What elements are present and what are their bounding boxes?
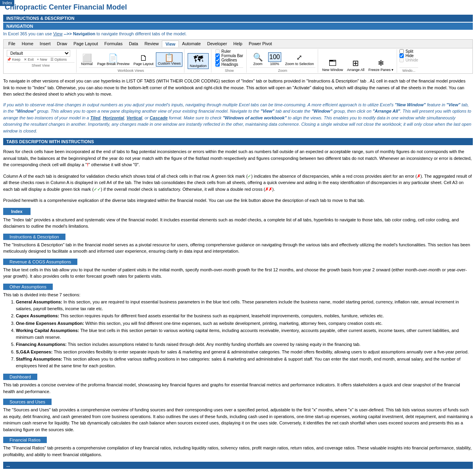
arrange-all-button[interactable]: ⊞ Arrange All (345, 58, 366, 73)
page-layout-button[interactable]: 🗋 Page Layout (132, 53, 155, 67)
tab-other-label-wrapper: Other Assumptions (0, 282, 476, 291)
tab-financial-ratios-label[interactable]: Financial Ratios (3, 437, 47, 443)
keep-icon[interactable]: 📌 Keep (7, 58, 21, 61)
next-section-indicator: ... (3, 462, 473, 469)
menu-file[interactable]: File (5, 40, 19, 47)
split-hide-items: Split Hide Unhide (399, 49, 418, 67)
gridlines-checkbox[interactable] (215, 58, 220, 62)
section-working-capital: Working Capital Assumptions: The blue te… (16, 327, 473, 340)
freeze-panes-label: Freeze Panes ▾ (369, 68, 394, 72)
menu-data[interactable]: Data (126, 40, 141, 47)
tab-sources-label[interactable]: Sources and Uses (3, 399, 52, 405)
navigation-icon: 🗺 (194, 54, 203, 64)
menu-formulas[interactable]: Formulas (101, 40, 126, 47)
tab-revenue-label-wrapper: Revenue & COGS Assumptions (0, 257, 476, 266)
view-link[interactable]: View (53, 31, 63, 36)
tab-index-label[interactable]: Index (3, 208, 31, 215)
tab-financial-ratios-label-wrapper: Financial Ratios (0, 435, 476, 444)
unhide-label: Unhide (405, 58, 418, 62)
tab-dashboard-desc: This tab provides a concise overview of … (0, 381, 476, 397)
page-layout-label: Page Layout (134, 62, 154, 66)
red-cross: ✗ (417, 174, 420, 178)
menu-insert[interactable]: Insert (36, 40, 54, 47)
tab-instructions-label-wrapper: Instructions & Description (0, 232, 476, 241)
ruler-checkbox[interactable] (215, 49, 220, 54)
navigation-button[interactable]: 🗺 Navigation (188, 53, 209, 69)
split-checkbox[interactable] (399, 49, 404, 54)
ribbon-menu-bar: File Home Insert Draw Page Layout Formul… (4, 40, 472, 48)
new-window-label: New Window (322, 68, 343, 72)
page-layout-icon: 🗋 (140, 54, 148, 62)
unhide-checkbox[interactable] (399, 58, 404, 62)
new-window-button[interactable]: 🗔 New Window (321, 58, 345, 73)
ribbon-sheet-view-group: Default 📌 Keep ✕ Exit + New ☰ Options Sh… (5, 49, 77, 73)
custom-views-label: Custom Views (158, 61, 180, 65)
tabs-body-1: Rows for check cells have been incorpora… (0, 146, 476, 171)
index-tab-label[interactable]: Index (0, 0, 14, 6)
body-text-1: To navigate in other versions of excel y… (0, 75, 476, 100)
zoom-label: Zoom (253, 62, 262, 66)
new-window-icon: 🗔 (329, 59, 337, 68)
menu-view[interactable]: View (162, 40, 179, 47)
menu-review[interactable]: Review (141, 40, 162, 47)
tabs-body-3: Provided herewith is a comprehensive exp… (0, 195, 476, 206)
tab-sources-label-wrapper: Sources and Uses (0, 397, 476, 406)
tab-other-assumptions-label[interactable]: Other Assumptions (3, 284, 53, 290)
tab-instructions-label[interactable]: Instructions & Description (3, 234, 65, 240)
tab-sources-desc: The "Sources and Uses" tab provides a co… (0, 406, 476, 435)
freeze-panes-button[interactable]: ❄ Freeze Panes ▾ (367, 58, 395, 73)
menu-developer[interactable]: Developer (204, 40, 230, 47)
hide-checkbox[interactable] (399, 54, 404, 58)
tab-dashboard-label-wrapper: Dashboard (0, 372, 476, 381)
windo-label: Windo... (399, 67, 418, 73)
zoom-100-icon: 100 (268, 52, 281, 62)
page-title: Chiropractic Center Financial Model (0, 0, 476, 13)
menu-automate[interactable]: Automate (179, 40, 204, 47)
tab-financial-ratios-desc: The "Financial Ratios" tab presents a co… (0, 444, 476, 460)
navigation-label: Navigation (190, 64, 207, 68)
zoom-to-selection-button[interactable]: ⤢ Zoom to Selection (284, 52, 316, 67)
options-icon[interactable]: ☰ Options (50, 58, 67, 61)
error-mark: ! (87, 162, 88, 167)
green-check: ✓ (248, 174, 251, 178)
menu-page-layout[interactable]: Page Layout (70, 40, 101, 47)
exit-icon[interactable]: ✕ Exit (24, 58, 34, 61)
hide-item: Hide (399, 54, 418, 58)
tab-revenue-label[interactable]: Revenue & COGS Assumptions (3, 259, 77, 265)
custom-views-button[interactable]: 📋 Custom Views (156, 52, 182, 67)
page-break-preview-button[interactable]: 📄 Page Break Preview (96, 53, 131, 67)
menu-help[interactable]: Help (230, 40, 246, 47)
page-break-label: Page Break Preview (97, 62, 130, 66)
menu-home[interactable]: Home (19, 40, 36, 47)
show-group: Ruler Formula Bar Gridlines Headings Sho… (212, 49, 247, 73)
normal-button[interactable]: ⬜ Normal (79, 53, 95, 67)
zoom-100-label: 100% (270, 62, 279, 66)
instructions-header: INSTRUCTIONS & DESCRIPTION (3, 15, 473, 22)
workbook-views-label: Workbook Views (79, 67, 182, 73)
sheet-view-dropdown[interactable]: Default (7, 50, 70, 57)
section-financing: Financing Assumptions: This section incl… (16, 341, 473, 348)
tab-revenue-desc: The blue text cells in this tab allow yo… (0, 266, 476, 282)
menu-power-pivot[interactable]: Power Pivot (246, 40, 275, 47)
formula-bar-checkbox[interactable] (215, 54, 220, 58)
tab-index-desc: The "Index tab" provides a structured an… (0, 216, 476, 232)
workbook-views-group: ⬜ Normal 📄 Page Break Preview 🗋 Page Lay… (77, 49, 184, 73)
tab-dashboard-label[interactable]: Dashboard (3, 374, 37, 380)
zoom-100-button[interactable]: 100 100% (267, 52, 283, 67)
normal-icon: ⬜ (82, 54, 92, 62)
page-break-icon: 📄 (108, 54, 118, 62)
double-red-cross: ✗✗ (265, 187, 272, 192)
formula-bar-item: Formula Bar (215, 54, 243, 58)
zoom-button[interactable]: 🔍 Zoom (250, 52, 266, 67)
excel-ribbon: File Home Insert Draw Page Layout Formul… (3, 39, 473, 74)
headings-checkbox[interactable] (215, 62, 220, 67)
custom-views-icon: 📋 (164, 54, 174, 61)
ribbon-dropdown-row: Default (7, 50, 75, 57)
gridlines-item: Gridlines (215, 58, 243, 62)
new-icon[interactable]: + New (37, 58, 47, 61)
section-general: General Assumptions: In this section, yo… (16, 299, 473, 312)
section-capex: Capex Assumptions: This section requires… (16, 313, 473, 319)
navigation-group: 🗺 Navigation (185, 49, 211, 73)
ruler-label: Ruler (221, 49, 231, 54)
menu-draw[interactable]: Draw (54, 40, 71, 47)
